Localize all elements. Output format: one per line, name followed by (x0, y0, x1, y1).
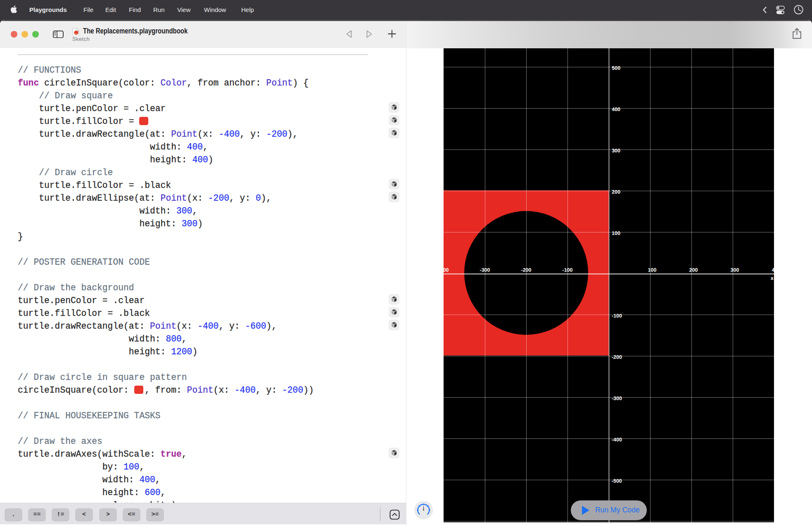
svg-text:-200: -200 (521, 267, 531, 273)
svg-text:-300: -300 (480, 267, 490, 273)
svg-text:-100: -100 (562, 267, 572, 273)
svg-text:-100: -100 (612, 313, 622, 319)
svg-text:300: 300 (731, 267, 739, 273)
svg-text:400: 400 (612, 107, 620, 112)
svg-text:200: 200 (612, 189, 620, 195)
svg-text:100: 100 (612, 230, 620, 236)
svg-text:x: x (771, 275, 774, 281)
svg-text:300: 300 (612, 148, 620, 154)
svg-text:-400: -400 (612, 437, 622, 443)
svg-text:500: 500 (612, 65, 620, 71)
svg-text:400: 400 (772, 267, 774, 273)
svg-text:200: 200 (689, 267, 698, 273)
svg-text:-500: -500 (612, 478, 622, 484)
svg-text:-300: -300 (612, 396, 622, 401)
svg-text:100: 100 (648, 267, 657, 273)
svg-text:-200: -200 (612, 354, 622, 360)
svg-text:-400: -400 (444, 267, 449, 273)
